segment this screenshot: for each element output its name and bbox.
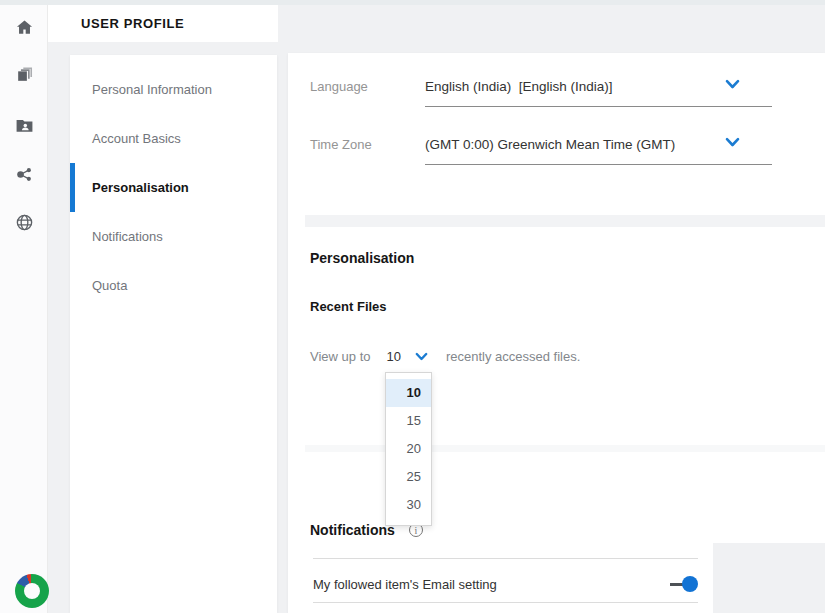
dropdown-option-30[interactable]: 30 [386, 491, 431, 519]
net-folders-globe-icon[interactable] [15, 213, 34, 232]
personalisation-heading: Personalisation [310, 250, 414, 266]
section-separator [305, 215, 825, 227]
view-up-to-label: View up to [310, 349, 370, 364]
shared-with-me-icon[interactable] [15, 116, 34, 135]
timezone-label: Time Zone [310, 135, 425, 152]
sidebar-item-account-basics[interactable]: Account Basics [70, 114, 277, 163]
micro-focus-logo [15, 574, 49, 608]
dropdown-option-15[interactable]: 15 [386, 407, 431, 435]
language-select[interactable]: English (India) [English (India)] [425, 77, 772, 107]
share-network-icon[interactable] [15, 165, 34, 184]
content-background-top [278, 5, 825, 53]
language-row: Language English (India) [English (India… [310, 77, 772, 107]
dropdown-option-25[interactable]: 25 [386, 463, 431, 491]
settings-panel: Language English (India) [English (India… [288, 53, 825, 613]
section-separator [305, 445, 825, 452]
notifications-heading: Notifications [310, 522, 395, 538]
page-title: USER PROFILE [81, 16, 184, 31]
timezone-value: (GMT 0:00) Greenwich Mean Time (GMT) [425, 137, 675, 152]
files-icon[interactable] [15, 65, 34, 84]
home-icon[interactable] [15, 18, 34, 37]
recent-files-dropdown: 1015202530 [385, 372, 432, 526]
toggle-knob [682, 576, 698, 592]
background-corner [713, 543, 825, 613]
recently-accessed-label: recently accessed files. [446, 349, 580, 364]
email-setting-label: My followed item's Email setting [313, 577, 497, 592]
chevron-down-icon [725, 79, 740, 90]
language-value: English (India) [English (India)] [425, 79, 613, 94]
recent-files-setting: View up to 10 recently accessed files. [310, 349, 580, 364]
profile-nav: Personal InformationAccount BasicsPerson… [70, 55, 277, 613]
divider [313, 602, 698, 603]
timezone-row: Time Zone (GMT 0:00) Greenwich Mean Time… [310, 135, 772, 165]
sidebar-item-personalisation[interactable]: Personalisation [70, 163, 277, 212]
chevron-down-icon [725, 137, 740, 148]
dropdown-option-10[interactable]: 10 [386, 379, 431, 407]
sidebar-item-quota[interactable]: Quota [70, 261, 277, 310]
dropdown-option-20[interactable]: 20 [386, 435, 431, 463]
timezone-select[interactable]: (GMT 0:00) Greenwich Mean Time (GMT) [425, 135, 772, 165]
divider [313, 558, 698, 559]
recent-files-heading: Recent Files [310, 299, 387, 314]
sidebar-item-notifications[interactable]: Notifications [70, 212, 277, 261]
header: USER PROFILE [48, 5, 278, 42]
recent-files-count-select[interactable]: 10 [386, 349, 400, 364]
language-label: Language [310, 77, 425, 94]
app-icon-rail [0, 5, 48, 613]
email-setting-toggle[interactable] [670, 576, 698, 592]
sidebar-item-personal-information[interactable]: Personal Information [70, 65, 277, 114]
email-setting-row: My followed item's Email setting [313, 571, 698, 597]
chevron-down-icon[interactable] [415, 352, 428, 362]
